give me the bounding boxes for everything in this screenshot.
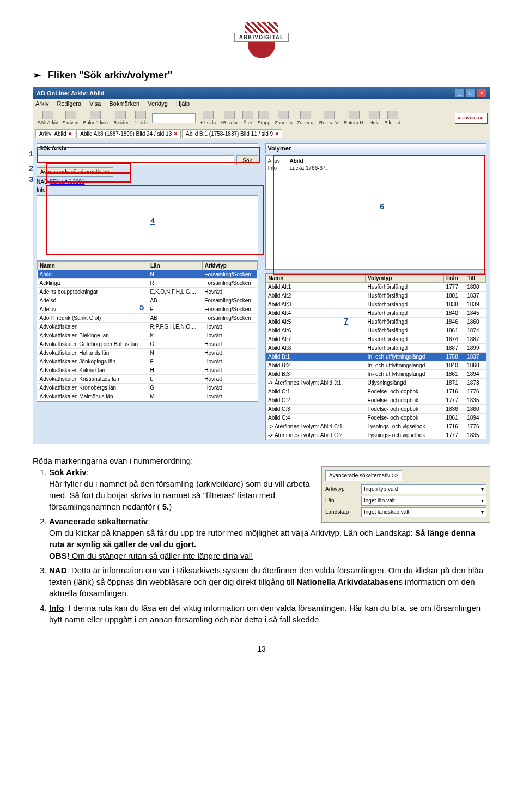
table-row[interactable]: Abild B:2In- och utflyttningslängd184018… (266, 361, 486, 370)
table-row[interactable]: Abild C:2Födelse- och dopbok17771835 (266, 396, 486, 405)
table-row[interactable]: -> Återfinnes i volym: Abild C:2Lysnings… (266, 431, 486, 440)
table-row[interactable]: Abild C:1Födelse- och dopbok17161776 (266, 387, 486, 396)
menu-item[interactable]: Visa (89, 100, 101, 107)
arkivtyp-select[interactable]: Ingen typ vald▾ (361, 484, 486, 494)
table-row[interactable]: Abild AI:5Husförhörslängd18461860 (266, 318, 486, 326)
table-row[interactable]: Abild AI:3Husförhörslängd18381839 (266, 300, 486, 309)
toolbar-btn[interactable]: Skriv ut (63, 111, 79, 125)
window-title: AD OnLine: Arkiv: Abild (37, 90, 104, 96)
toolbar-btn[interactable]: Zoom in (275, 111, 293, 125)
toolbar-btn[interactable]: Rotera H. (344, 111, 365, 125)
brand-logo: ARKIVDIGITAL (455, 113, 488, 124)
heading-text: Fliken "Sök arkiv/volymer" (48, 70, 172, 81)
marker-6: 6 (380, 202, 384, 211)
table-row[interactable]: Abild C:4Födelse- och dopbok18611894 (266, 414, 486, 422)
table-row[interactable]: AdelövFFörsamling/Socken (38, 305, 258, 314)
section-heading: ➢ Fliken "Sök arkiv/volymer" (33, 69, 490, 81)
titlebar: AD OnLine: Arkiv: Abild _ □ × (33, 87, 490, 99)
toolbar-btn[interactable]: Hela (369, 111, 380, 125)
table-row[interactable]: AcklingaRFörsamling/Socken (38, 279, 258, 288)
marker-7: 7 (344, 316, 348, 325)
toolbar-btn[interactable]: Bokmärken (83, 111, 108, 125)
toolbar-btn[interactable]: Stopp (258, 111, 271, 125)
marker-1: 1 (29, 149, 33, 158)
chevron-down-icon: ▾ (481, 486, 484, 493)
table-row[interactable]: Advokatfiskalen Göteborg och Bohus länOH… (38, 340, 258, 349)
tab[interactable]: Abild AI:8 (1887-1899) Bild 24 / sid 13× (76, 129, 181, 138)
table-row[interactable]: AbildNFörsamling/Socken (38, 270, 258, 279)
menu-item[interactable]: Arkiv (35, 100, 48, 107)
table-row[interactable]: Abild AI:8Husförhörslängd18871899 (266, 344, 486, 353)
minimize-icon[interactable]: _ (455, 89, 465, 98)
marker-2: 2 (29, 163, 33, 173)
close-icon[interactable]: × (477, 89, 486, 98)
chevron-down-icon: ▾ (481, 497, 484, 505)
toolbar-btn[interactable]: +1 sida (200, 111, 216, 125)
tab[interactable]: Abild B:1 (1758-1837) Bild 11 / sid 9× (182, 129, 282, 138)
toolbar-btn[interactable]: Sök Arkiv (38, 111, 58, 125)
lan-select[interactable]: Inget län valt▾ (361, 496, 486, 506)
field-label: Landskap (325, 508, 358, 516)
table-row[interactable]: Abild AI:1Husförhörslängd17771800 (266, 283, 486, 292)
menu-item[interactable]: Hjälp (176, 100, 190, 107)
table-row[interactable]: AdvokatfiskalenR,P,F,G,H,E,N,O,...Hovrät… (38, 323, 258, 331)
table-row[interactable]: AdelsöABFörsamling/Socken (38, 296, 258, 305)
advanced-button[interactable]: Avancerade sökalternativ >> (325, 470, 402, 481)
table-row[interactable]: Abild B:3In- och utflyttningslängd186118… (266, 370, 486, 379)
table-row[interactable]: -> Återfinnes i volym: Abild J:1Utlysnin… (266, 379, 486, 387)
table-row[interactable]: Advokatfiskalen Hallands länNHovrätt (38, 349, 258, 357)
toolbar: Sök Arkiv Skriv ut Bokmärken -5 sidor -1… (33, 108, 490, 128)
table-row[interactable]: Abild C:3Födelse- och dopbok18361860 (266, 405, 486, 414)
toolbar-btn[interactable]: +5 sidor (220, 111, 238, 125)
field-label: Arkivtyp (325, 486, 358, 493)
list-item: NAD: Detta är information om var i Riksa… (49, 565, 490, 599)
volume-table[interactable]: Namn Volymtyp Från Till Abild AI:1Husför… (266, 274, 486, 440)
toolbar-btn[interactable]: -5 sidor (112, 111, 129, 125)
table-row[interactable]: Advokatfiskalen Kalmar länHHovrätt (38, 366, 258, 375)
pane-header: Volymer (265, 143, 487, 153)
toolbar-btn[interactable]: -1 sida (133, 111, 148, 125)
close-icon[interactable]: × (68, 131, 71, 137)
chevron-down-icon: ▾ (481, 508, 484, 516)
table-row[interactable]: Abild AI:2Husförhörslängd18011837 (266, 292, 486, 300)
table-row[interactable]: Abild AI:4Husförhörslängd18401845 (266, 309, 486, 318)
marker-4: 4 (150, 216, 155, 225)
logo-text: ARKIVDIGITAL (234, 33, 289, 42)
table-row[interactable]: -> Återfinnes i volym: Abild C:1Lysnings… (266, 422, 486, 431)
marker-3: 3 (29, 174, 33, 184)
toolbar-btn[interactable]: Bildinst. (384, 111, 402, 125)
marker-5: 5 (139, 302, 144, 312)
menu-item[interactable]: Verktyg (148, 100, 168, 107)
table-row[interactable]: Adelns bouppteckningarE,K,O,N,F,H,L,G,..… (38, 288, 258, 296)
table-row[interactable]: Advokatfiskalen Kristianstads länLHovrät… (38, 375, 258, 384)
maximize-icon[interactable]: □ (466, 89, 476, 98)
red-annotation (46, 163, 131, 173)
list-item: Info: I denna ruta kan du läsa en del vi… (49, 602, 490, 625)
table-row[interactable]: Abild B:1In- och utflyttningslängd175818… (266, 353, 486, 361)
menu-item[interactable]: Bokmärken (109, 100, 139, 107)
toolbar-btn[interactable]: Zoom ut (297, 111, 315, 125)
table-row[interactable]: Abild AI:6Husförhörslängd18611874 (266, 326, 486, 335)
caption: Röda markeringarna ovan i nummerordning: (33, 455, 490, 466)
table-row[interactable]: Adolf Fredrik (Sankt Olof)ABFörsamling/S… (38, 314, 258, 323)
field-label: Län (325, 497, 358, 505)
red-annotation (46, 185, 264, 255)
tab-bar: Arkiv: Abild× Abild AI:8 (1887-1899) Bil… (33, 128, 490, 140)
toolbar-btn[interactable]: Rotera V. (319, 111, 339, 125)
page-field[interactable] (152, 113, 196, 123)
logo: ARKIVDIGITAL (33, 22, 490, 58)
close-icon[interactable]: × (174, 131, 177, 137)
screenshot: AD OnLine: Arkiv: Abild _ □ × Arkiv Redi… (33, 87, 490, 444)
table-row[interactable]: Advokatfiskalen Blekinge länKHovrätt (38, 331, 258, 340)
table-row[interactable]: Advokatfiskalen Kronobergs länGHovrätt (38, 384, 258, 392)
table-row[interactable]: Advokatfiskalen Jönköpings länFHovrätt (38, 357, 258, 366)
inset-screenshot: Avancerade sökalternativ >> ArkivtypInge… (321, 466, 490, 523)
tab[interactable]: Arkiv: Abild× (35, 129, 75, 138)
toolbar-btn[interactable]: Åter (242, 111, 253, 125)
archive-table[interactable]: Namn Län Arkivtyp AbildNFörsamling/Socke… (37, 261, 258, 401)
table-row[interactable]: Abild AI:7Husförhörslängd18741887 (266, 335, 486, 344)
landskap-select[interactable]: Inget landskap valt▾ (361, 507, 486, 517)
table-row[interactable]: Advokatfiskalen Malmöhus länMHovrätt (38, 392, 258, 401)
close-icon[interactable]: × (275, 131, 278, 137)
menu-item[interactable]: Redigera (57, 100, 82, 107)
